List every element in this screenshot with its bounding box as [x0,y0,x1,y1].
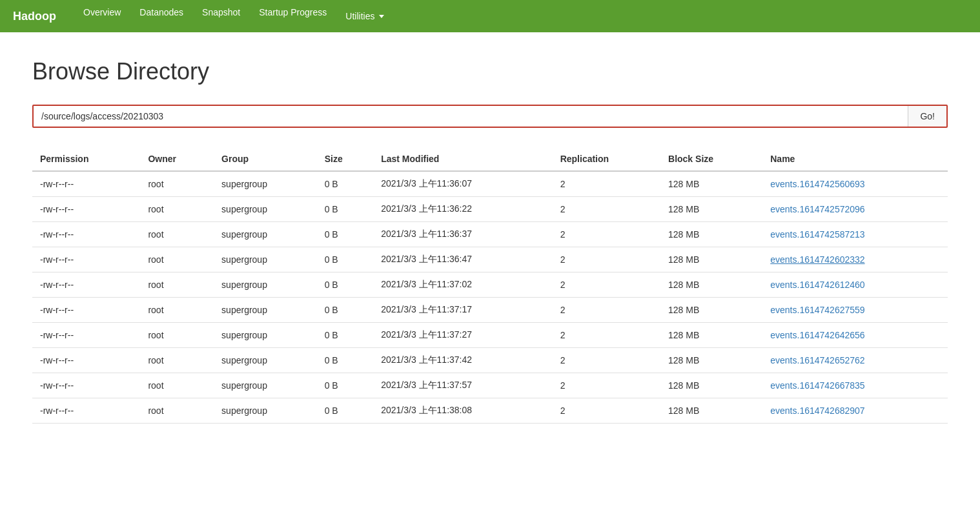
cell-replication: 2 [553,323,660,348]
table-body: -rw-r--r--rootsupergroup0 B2021/3/3 上午11… [32,171,948,424]
nav-item-datanodes[interactable]: Datanodes [132,7,191,25]
navbar-nav: Overview Datanodes Snapshot Startup Prog… [76,7,392,25]
table-row: -rw-r--r--rootsupergroup0 B2021/3/3 上午11… [32,171,948,197]
cell-owner: root [140,398,214,424]
nav-link-startup-progress[interactable]: Startup Progress [251,3,334,21]
cell-size: 0 B [317,171,374,197]
file-link[interactable]: events.1614742652762 [770,355,864,365]
table-row: -rw-r--r--rootsupergroup0 B2021/3/3 上午11… [32,197,948,222]
cell-block-size: 128 MB [660,398,762,424]
cell-name[interactable]: events.1614742602332 [762,247,948,272]
cell-size: 0 B [317,298,374,323]
cell-owner: root [140,348,214,373]
cell-name[interactable]: events.1614742642656 [762,323,948,348]
col-header-replication: Replication [553,147,660,171]
col-header-size: Size [317,147,374,171]
table-row: -rw-r--r--rootsupergroup0 B2021/3/3 上午11… [32,298,948,323]
file-link[interactable]: events.1614742612460 [770,280,864,290]
cell-permission: -rw-r--r-- [32,197,140,222]
table-row: -rw-r--r--rootsupergroup0 B2021/3/3 上午11… [32,222,948,247]
cell-owner: root [140,323,214,348]
cell-name[interactable]: events.1614742652762 [762,348,948,373]
file-link[interactable]: events.1614742682907 [770,405,864,416]
col-header-last-modified: Last Modified [373,147,552,171]
cell-replication: 2 [553,272,660,298]
cell-name[interactable]: events.1614742572096 [762,197,948,222]
cell-name[interactable]: events.1614742612460 [762,272,948,298]
cell-last-modified: 2021/3/3 上午11:36:37 [373,222,552,247]
nav-item-startup-progress[interactable]: Startup Progress [251,7,334,25]
file-link[interactable]: events.1614742627559 [770,305,864,315]
cell-size: 0 B [317,373,374,398]
cell-name[interactable]: events.1614742682907 [762,398,948,424]
nav-item-overview[interactable]: Overview [76,7,128,25]
file-link[interactable]: events.1614742560693 [770,179,864,189]
nav-link-datanodes[interactable]: Datanodes [132,3,191,21]
cell-name[interactable]: events.1614742667835 [762,373,948,398]
cell-group: supergroup [214,348,317,373]
cell-size: 0 B [317,398,374,424]
col-header-block-size: Block Size [660,147,762,171]
cell-last-modified: 2021/3/3 上午11:37:57 [373,373,552,398]
cell-permission: -rw-r--r-- [32,373,140,398]
cell-block-size: 128 MB [660,272,762,298]
file-link[interactable]: events.1614742642656 [770,330,864,340]
cell-last-modified: 2021/3/3 上午11:37:02 [373,272,552,298]
table-row: -rw-r--r--rootsupergroup0 B2021/3/3 上午11… [32,323,948,348]
path-input[interactable] [34,106,908,127]
cell-block-size: 128 MB [660,323,762,348]
navbar-brand[interactable]: Hadoop [13,10,56,23]
cell-group: supergroup [214,272,317,298]
cell-owner: root [140,298,214,323]
table-row: -rw-r--r--rootsupergroup0 B2021/3/3 上午11… [32,398,948,424]
cell-block-size: 128 MB [660,247,762,272]
cell-owner: root [140,247,214,272]
cell-permission: -rw-r--r-- [32,298,140,323]
cell-block-size: 128 MB [660,171,762,197]
file-link[interactable]: events.1614742602332 [770,254,864,265]
cell-size: 0 B [317,247,374,272]
directory-table: Permission Owner Group Size Last Modifie… [32,147,948,424]
nav-item-snapshot[interactable]: Snapshot [194,7,248,25]
col-header-name: Name [762,147,948,171]
cell-group: supergroup [214,298,317,323]
file-link[interactable]: events.1614742587213 [770,229,864,240]
nav-link-utilities[interactable]: Utilities [338,7,392,25]
table-row: -rw-r--r--rootsupergroup0 B2021/3/3 上午11… [32,373,948,398]
col-header-group: Group [214,147,317,171]
file-link[interactable]: events.1614742667835 [770,380,864,391]
cell-name[interactable]: events.1614742627559 [762,298,948,323]
page-title: Browse Directory [32,58,948,85]
cell-replication: 2 [553,398,660,424]
nav-link-overview[interactable]: Overview [76,3,128,21]
nav-link-snapshot[interactable]: Snapshot [194,3,248,21]
path-form: Go! [32,105,948,128]
cell-block-size: 128 MB [660,348,762,373]
go-button[interactable]: Go! [908,106,946,127]
cell-name[interactable]: events.1614742560693 [762,171,948,197]
cell-group: supergroup [214,323,317,348]
cell-owner: root [140,171,214,197]
cell-replication: 2 [553,373,660,398]
cell-owner: root [140,222,214,247]
cell-group: supergroup [214,373,317,398]
cell-size: 0 B [317,348,374,373]
table-header-row: Permission Owner Group Size Last Modifie… [32,147,948,171]
cell-size: 0 B [317,272,374,298]
cell-block-size: 128 MB [660,197,762,222]
file-link[interactable]: events.1614742572096 [770,204,864,214]
cell-group: supergroup [214,197,317,222]
cell-name[interactable]: events.1614742587213 [762,222,948,247]
cell-last-modified: 2021/3/3 上午11:37:17 [373,298,552,323]
cell-group: supergroup [214,398,317,424]
cell-last-modified: 2021/3/3 上午11:37:42 [373,348,552,373]
cell-permission: -rw-r--r-- [32,272,140,298]
nav-item-utilities[interactable]: Utilities [338,7,392,25]
cell-block-size: 128 MB [660,373,762,398]
col-header-owner: Owner [140,147,214,171]
cell-group: supergroup [214,222,317,247]
cell-replication: 2 [553,348,660,373]
table-row: -rw-r--r--rootsupergroup0 B2021/3/3 上午11… [32,272,948,298]
cell-size: 0 B [317,197,374,222]
cell-last-modified: 2021/3/3 上午11:38:08 [373,398,552,424]
